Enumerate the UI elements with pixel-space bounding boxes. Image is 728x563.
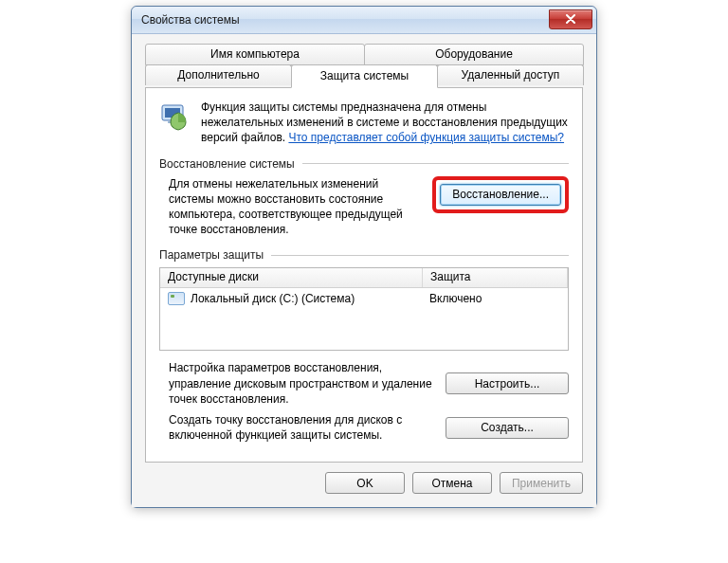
divider — [302, 163, 569, 164]
tab-remote[interactable]: Удаленный доступ — [437, 64, 584, 85]
create-desc: Создать точку восстановления для дисков … — [159, 412, 436, 443]
protection-section-label: Параметры защиты — [159, 248, 569, 262]
configure-button[interactable]: Настроить... — [446, 372, 569, 394]
tab-computer-name[interactable]: Имя компьютера — [145, 44, 365, 65]
configure-row: Настройка параметров восстановления, упр… — [159, 360, 569, 407]
drives-listview[interactable]: Доступные диски Защита Локальный диск (C… — [159, 267, 569, 351]
tab-row-1: Имя компьютера Оборудование — [145, 44, 583, 65]
protection-status: Включено — [422, 292, 568, 305]
configure-desc: Настройка параметров восстановления, упр… — [159, 360, 436, 407]
dialog-buttons: OK Отмена Применить — [145, 463, 583, 494]
listview-header: Доступные диски Защита — [160, 268, 568, 288]
tab-system-protection[interactable]: Защита системы — [291, 64, 438, 88]
drive-icon — [168, 292, 185, 305]
restore-section-title: Восстановление системы — [159, 157, 295, 171]
tab-row-2: Дополнительно Защита системы Удаленный д… — [145, 64, 583, 88]
apply-button[interactable]: Применить — [500, 472, 583, 494]
system-restore-button[interactable]: Восстановление... — [440, 184, 561, 206]
highlight-frame: Восстановление... — [432, 176, 569, 213]
close-button[interactable] — [549, 9, 592, 29]
divider — [271, 255, 569, 256]
table-row[interactable]: Локальный диск (C:) (Система) Включено — [160, 288, 568, 309]
system-protection-icon — [159, 100, 191, 132]
protection-section-title: Параметры защиты — [159, 248, 264, 262]
intro-text: Функция защиты системы предназначена для… — [201, 100, 569, 146]
restore-desc: Для отмены нежелательных изменений систе… — [159, 176, 423, 238]
client-area: Имя компьютера Оборудование Дополнительн… — [132, 34, 596, 507]
restore-row: Для отмены нежелательных изменений систе… — [159, 176, 569, 238]
system-properties-window: Свойства системы Имя компьютера Оборудов… — [131, 6, 597, 508]
ok-button[interactable]: OK — [325, 472, 405, 494]
cancel-button[interactable]: Отмена — [412, 472, 492, 494]
drive-name: Локальный диск (C:) (Система) — [191, 292, 355, 305]
create-restore-point-button[interactable]: Создать... — [446, 417, 569, 439]
window-title: Свойства системы — [141, 13, 549, 27]
tab-page: Функция защиты системы предназначена для… — [145, 87, 583, 463]
intro-row: Функция защиты системы предназначена для… — [159, 100, 569, 146]
col-protection[interactable]: Защита — [423, 268, 568, 287]
restore-section-label: Восстановление системы — [159, 157, 569, 171]
tab-hardware[interactable]: Оборудование — [364, 44, 584, 65]
create-row: Создать точку восстановления для дисков … — [159, 412, 569, 443]
drive-cell: Локальный диск (C:) (Система) — [160, 292, 422, 305]
col-drives[interactable]: Доступные диски — [160, 268, 423, 287]
tab-advanced[interactable]: Дополнительно — [145, 64, 292, 85]
intro-help-link[interactable]: Что представляет собой функция защиты си… — [288, 131, 564, 144]
titlebar: Свойства системы — [132, 7, 596, 34]
